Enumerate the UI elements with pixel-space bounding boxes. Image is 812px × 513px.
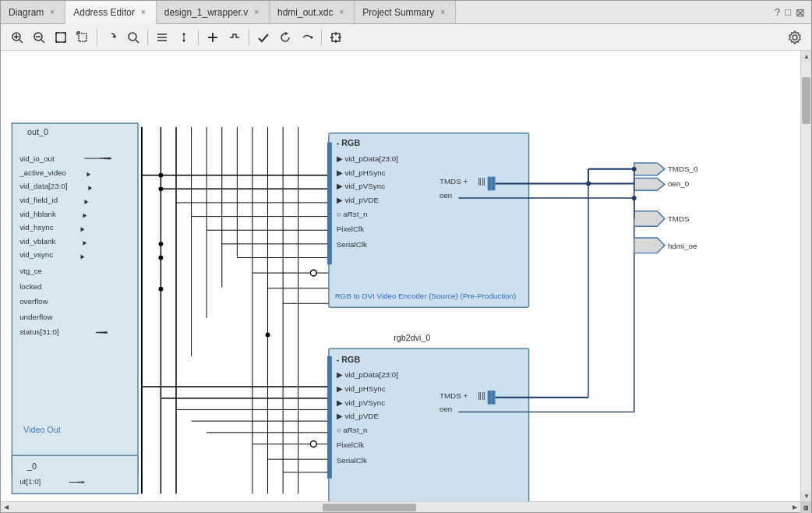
restore-btn[interactable]: □	[785, 6, 791, 18]
scroll-corner: ⊞	[800, 502, 811, 513]
svg-text:vid_hblank: vid_hblank	[19, 210, 56, 218]
horizontal-scrollbar[interactable]: ◀ ▶	[1, 502, 800, 512]
tab-bar: Diagram × Address Editor × design_1_wrap…	[1, 1, 811, 24]
svg-text:vid_vsync: vid_vsync	[19, 250, 53, 259]
search-button[interactable]	[123, 28, 143, 47]
svg-text:▶ vid_pData[23:0]: ▶ vid_pData[23:0]	[337, 154, 399, 163]
tab-project-summary[interactable]: Project Summary ×	[355, 1, 456, 23]
tab-address-editor[interactable]: Address Editor ×	[65, 1, 157, 24]
svg-text:locked: locked	[19, 282, 41, 291]
svg-marker-162	[634, 179, 665, 191]
svg-text:oen: oen	[440, 405, 452, 413]
svg-point-169	[632, 167, 637, 172]
tab-address-editor-close[interactable]: ×	[139, 7, 148, 17]
svg-text:- RGB: - RGB	[337, 138, 361, 147]
scroll-right-arrow[interactable]: ▶	[789, 502, 800, 513]
svg-rect-127	[488, 177, 492, 191]
close-btn-window[interactable]: ⊠	[796, 6, 805, 19]
svg-point-90	[158, 287, 163, 292]
tab-diagram[interactable]: Diagram ×	[1, 1, 65, 23]
scroll-thumb-h[interactable]	[323, 504, 416, 511]
settings-button[interactable]	[785, 28, 805, 47]
svg-text:○ aRst_n: ○ aRst_n	[337, 210, 368, 218]
zoom-in-button[interactable]	[7, 28, 27, 47]
svg-text:_0: _0	[26, 462, 37, 471]
svg-rect-7	[56, 33, 65, 42]
move-button[interactable]	[326, 28, 346, 47]
svg-rect-132	[327, 356, 332, 479]
tab-diagram-close[interactable]: ×	[48, 7, 57, 17]
toolbar-sep-1	[97, 30, 97, 45]
add-button[interactable]	[203, 28, 223, 47]
svg-marker-160	[634, 163, 665, 175]
svg-line-21	[136, 40, 139, 43]
main-content: out_0 vid_io_out _active_video vid_data[…	[1, 51, 811, 501]
svg-marker-19	[112, 35, 115, 38]
fit-all-button[interactable]	[51, 28, 71, 47]
rotate-button[interactable]	[101, 28, 122, 47]
svg-line-5	[41, 40, 44, 43]
toolbar-sep-4	[249, 30, 249, 45]
svg-marker-166	[634, 238, 665, 253]
svg-point-37	[793, 35, 797, 40]
main-window: Diagram × Address Editor × design_1_wrap…	[0, 0, 812, 513]
svg-text:RGB to DVI Video Encoder (Sour: RGB to DVI Video Encoder (Source) (Pre-P…	[335, 292, 517, 300]
svg-text:▶ vid_pVSync: ▶ vid_pVSync	[337, 398, 385, 407]
svg-text:○ aRst_n: ○ aRst_n	[337, 426, 368, 434]
scroll-up-arrow[interactable]: ▲	[801, 51, 811, 62]
svg-text:vid_field_id: vid_field_id	[19, 196, 58, 204]
align-button[interactable]	[152, 28, 172, 47]
tab-design-wrapper-close[interactable]: ×	[252, 7, 261, 17]
svg-marker-26	[182, 33, 185, 35]
svg-text:TMDS_0: TMDS_0	[668, 165, 698, 173]
help-btn[interactable]: ?	[775, 6, 780, 18]
svg-text:▶ vid_pVSync: ▶ vid_pVSync	[337, 182, 385, 190]
scroll-down-arrow[interactable]: ▼	[801, 490, 811, 501]
svg-text:PixelClk: PixelClk	[337, 440, 364, 449]
tab-design-wrapper[interactable]: design_1_wrapper.v ×	[157, 1, 270, 23]
vertical-scrollbar[interactable]: ▲ ▼	[800, 51, 811, 501]
svg-text:vid_io_out: vid_io_out	[19, 154, 55, 163]
svg-text:hdmi_oe: hdmi_oe	[668, 242, 697, 250]
zoom-out-button[interactable]	[29, 28, 49, 47]
validate-button[interactable]	[253, 28, 274, 47]
svg-marker-164	[634, 211, 665, 227]
svg-point-155	[586, 182, 591, 186]
svg-text:vid_hsync: vid_hsync	[19, 223, 54, 232]
svg-text:overflow: overflow	[19, 297, 48, 306]
svg-text:PixelClk: PixelClk	[337, 225, 364, 233]
diagram-canvas[interactable]: out_0 vid_io_out _active_video vid_data[…	[1, 51, 800, 501]
scroll-track-h[interactable]	[12, 502, 789, 513]
regenerate-button[interactable]	[275, 28, 295, 47]
toolbar-sep-2	[147, 30, 148, 45]
svg-text:TMDS: TMDS	[668, 214, 690, 223]
scroll-thumb-v[interactable]	[802, 77, 810, 124]
autoconnect-button[interactable]	[297, 28, 317, 47]
distribute-button[interactable]	[174, 28, 194, 47]
connect-button[interactable]	[224, 28, 245, 47]
tab-hdmi-xdc-label: hdmi_out.xdc	[277, 7, 333, 18]
tab-project-summary-close[interactable]: ×	[438, 7, 447, 17]
svg-text:▶ vid_pData[23:0]: ▶ vid_pData[23:0]	[337, 370, 399, 379]
svg-text:rgb2dvi_0: rgb2dvi_0	[394, 333, 430, 342]
tab-actions: ? □ ⊠	[768, 1, 811, 23]
tab-design-wrapper-label: design_1_wrapper.v	[164, 7, 248, 18]
svg-rect-145	[492, 391, 496, 405]
svg-text:ut[1:0]: ut[1:0]	[19, 477, 41, 486]
toolbar-sep-5	[321, 30, 322, 45]
svg-point-88	[158, 242, 163, 246]
scroll-track-v[interactable]	[801, 62, 811, 490]
svg-text:vid_vblank: vid_vblank	[19, 237, 55, 246]
svg-point-91	[266, 332, 270, 337]
scroll-left-arrow[interactable]: ◀	[1, 502, 12, 513]
svg-rect-115	[327, 143, 332, 265]
svg-point-89	[158, 256, 163, 260]
svg-marker-27	[182, 40, 185, 42]
svg-text:- RGB: - RGB	[337, 355, 361, 364]
tab-hdmi-xdc-close[interactable]: ×	[337, 7, 346, 17]
svg-rect-144	[488, 391, 492, 405]
svg-text:status[31:0]: status[31:0]	[19, 327, 59, 336]
tab-hdmi-xdc[interactable]: hdmi_out.xdc ×	[270, 1, 355, 23]
svg-text:SerialClk: SerialClk	[337, 456, 367, 465]
fit-selection-button[interactable]	[72, 28, 93, 47]
